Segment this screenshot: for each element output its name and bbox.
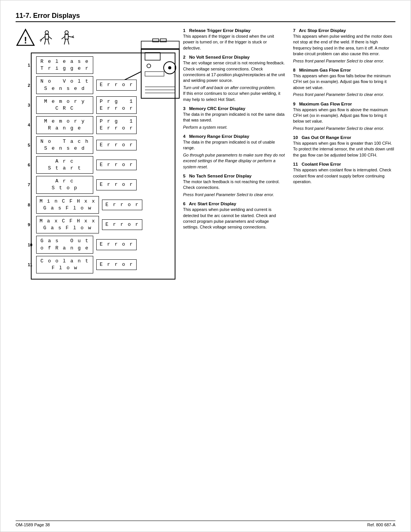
error-desc-4: The data in the program indicated is out… bbox=[183, 139, 285, 151]
page: 11-7. Error Displays ! bbox=[0, 0, 411, 532]
display-line1-5: N o T a c h bbox=[40, 138, 90, 145]
display-row-6: 6 A r c S t a r t E r r o r bbox=[36, 156, 170, 174]
display-box-9: M a x C F H x x G a s F l o w bbox=[36, 216, 99, 233]
error-desc-7: This appears when pulse welding and the … bbox=[293, 34, 395, 57]
error-extra-2: If this error continues to occur when pu… bbox=[183, 91, 285, 102]
display-line2-7: S t o p bbox=[40, 185, 90, 192]
row-number-6: 6 bbox=[28, 163, 30, 167]
svg-line-6 bbox=[45, 39, 46, 45]
error-title-3: 3 Memory CRC Error Display bbox=[183, 106, 285, 111]
display-box-3: M e m o r y C R C bbox=[36, 96, 93, 114]
row-number-7: 7 bbox=[28, 182, 30, 187]
error-title-10: 10 Gas Out Of Range Error bbox=[293, 135, 395, 140]
display-row-1: 1 R e l e a s e T r i g g e r E r r o r bbox=[36, 56, 170, 74]
error-item-5: 5 No Tach Sensed Error Display The motor… bbox=[183, 174, 285, 198]
display-row-3: 3 M e m o r y C R C P r g 1 E r r o r bbox=[36, 96, 170, 114]
error-action-9: Press front panel Parameter Select to cl… bbox=[293, 126, 395, 131]
display-line2-6: S t a r t bbox=[40, 165, 90, 172]
svg-rect-20 bbox=[153, 39, 159, 42]
display-line2-9: G a s F l o w bbox=[40, 225, 96, 232]
display-row-4: 4 M e m o r y R a n g e P r g 1 E r r o … bbox=[36, 116, 170, 134]
display-row-5: 5 N o T a c h S e n s e d E r r o r bbox=[36, 136, 170, 154]
display-line1-6: A r c bbox=[40, 158, 90, 165]
display-line1-11: C o o l a n t bbox=[40, 258, 90, 265]
footer-right: Ref. 800 687-A bbox=[367, 522, 395, 527]
error-desc-8: This appears when gas flow falls below t… bbox=[293, 73, 395, 91]
warning-triangle-icon: ! bbox=[16, 28, 35, 48]
error-title-2: 2 No Volt Sensed Error Display bbox=[183, 55, 285, 59]
error-box-5: E r r o r bbox=[96, 140, 137, 150]
error-title-9: 9 Maximum Gas Flow Error bbox=[293, 102, 395, 106]
error-box-10: E r r o r bbox=[96, 239, 137, 250]
error-title-11: 11 Coolant Flow Error bbox=[293, 162, 395, 166]
display-line2-3: C R C bbox=[40, 105, 90, 112]
error-desc-9: This appears when gas flow is above the … bbox=[293, 107, 395, 125]
display-row-2: 2 N o V o l t S e n s e d E r r o r bbox=[36, 76, 170, 94]
error-desc-6: This appears when pulse welding and curr… bbox=[183, 207, 285, 230]
error-desc-2: The arc voltage sense circuit is not rec… bbox=[183, 60, 285, 84]
row-number-10: 10 bbox=[28, 243, 32, 247]
display-line2-11: F l o w bbox=[40, 265, 90, 272]
error-item-6: 6 Arc Start Error Display This appears w… bbox=[183, 201, 285, 230]
error-item-9: 9 Maximum Gas Flow Error This appears wh… bbox=[293, 102, 395, 132]
display-box-5: N o T a c h S e n s e d bbox=[36, 136, 93, 154]
display-box-1: R e l e a s e T r i g g e r bbox=[36, 56, 93, 74]
display-rows: 1 R e l e a s e T r i g g e r E r r o r … bbox=[31, 53, 175, 280]
display-line2-10: o f R a n g e bbox=[40, 245, 90, 252]
error-desc-5: The motor tach feedback is not reaching … bbox=[183, 179, 285, 191]
display-box-6: A r c S t a r t bbox=[36, 156, 93, 174]
row-number-5: 5 bbox=[28, 143, 30, 147]
error-desc-10: This appears when gas flow is greater th… bbox=[293, 141, 395, 158]
svg-line-13 bbox=[68, 37, 72, 37]
row-number-3: 3 bbox=[28, 103, 30, 107]
display-row-10: 10 G a s O u t o f R a n g e E r r o r bbox=[36, 236, 170, 253]
error-action-8: Press front panel Parameter Select to cl… bbox=[293, 92, 395, 97]
error-desc-11: This appears when coolant flow is interr… bbox=[293, 167, 395, 185]
row-number-1: 1 bbox=[28, 63, 30, 67]
display-line1-2: N o V o l t bbox=[40, 78, 90, 85]
error-title-1: 1 Release Trigger Error Display bbox=[183, 28, 285, 33]
error-title-8: 8 Minimum Gas Flow Error bbox=[293, 68, 395, 72]
display-row-7: 7 A r c S t o p E r r o r bbox=[36, 176, 170, 193]
svg-line-17 bbox=[72, 37, 74, 38]
row-number-4: 4 bbox=[28, 123, 30, 127]
display-line1-7: A r c bbox=[40, 178, 90, 185]
error-box-8: E r r o r bbox=[102, 200, 142, 210]
display-line2-2: S e n s e d bbox=[40, 85, 90, 92]
right-panel: 1 Release Trigger Error Display This app… bbox=[175, 28, 395, 280]
error-action-2: Turn unit off and back on after correcti… bbox=[183, 85, 285, 91]
display-box-10: G a s O u t o f R a n g e bbox=[36, 236, 93, 253]
svg-rect-19 bbox=[141, 41, 179, 50]
display-box-4: M e m o r y R a n g e bbox=[36, 116, 93, 134]
display-line1-3: M e m o r y bbox=[40, 98, 90, 105]
svg-text:!: ! bbox=[24, 35, 27, 45]
svg-line-14 bbox=[64, 39, 66, 45]
error-desc-1: This appears if the trigger is closed wh… bbox=[183, 34, 285, 51]
row-number-8: 8 bbox=[28, 203, 30, 207]
display-line2-5: S e n s e d bbox=[40, 145, 90, 152]
error-descriptions: 1 Release Trigger Error Display This app… bbox=[183, 28, 395, 234]
display-row-8: 8 M i n C F H x x G a s F l o w E r r o … bbox=[36, 196, 170, 214]
svg-line-4 bbox=[42, 37, 45, 39]
error-action-7: Press front panel Parameter Select to cl… bbox=[293, 58, 395, 64]
svg-rect-11 bbox=[65, 34, 68, 39]
svg-point-10 bbox=[65, 31, 68, 34]
svg-line-12 bbox=[62, 37, 65, 39]
error-action-5: Press front panel Parameter Select to cl… bbox=[183, 192, 285, 198]
display-line1-4: M e m o r y bbox=[40, 118, 90, 125]
error-desc-3: The data in the program indicated is not… bbox=[183, 112, 285, 123]
error-title-5: 5 No Tach Sensed Error Display bbox=[183, 174, 285, 178]
row-number-2: 2 bbox=[28, 83, 30, 88]
error-item-4: 4 Memory Range Error Display The data in… bbox=[183, 134, 285, 170]
content-area: ! bbox=[16, 28, 395, 280]
row-number-11: 11 bbox=[28, 262, 32, 267]
display-line1-10: G a s O u t bbox=[40, 238, 90, 244]
display-line1-9: M a x C F H x x bbox=[40, 218, 96, 225]
display-line2-4: R a n g e bbox=[40, 125, 90, 132]
error-item-2: 2 No Volt Sensed Error Display The arc v… bbox=[183, 55, 285, 102]
error-action-4: Go through pulse parameters to make sure… bbox=[183, 152, 285, 170]
error-box-6: E r r o r bbox=[96, 160, 137, 170]
error-box-4: P r g 1 E r r o r bbox=[96, 116, 137, 134]
welder-icon-1 bbox=[38, 30, 55, 46]
left-panel: ! bbox=[16, 28, 175, 280]
